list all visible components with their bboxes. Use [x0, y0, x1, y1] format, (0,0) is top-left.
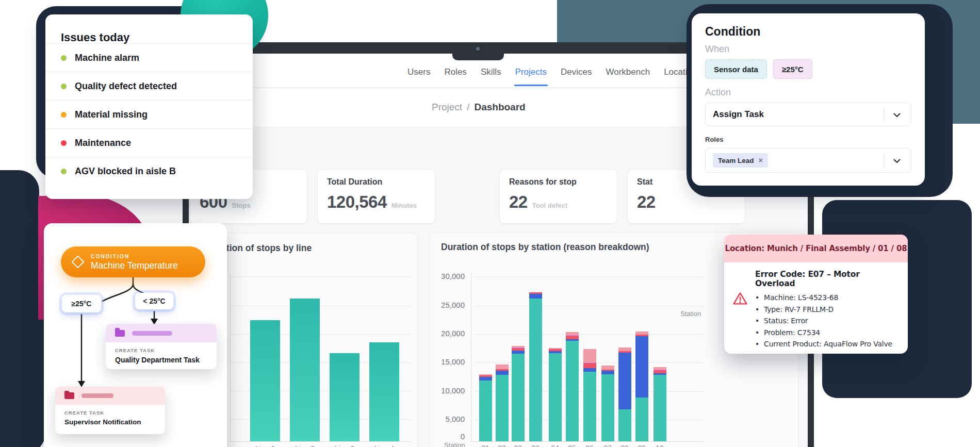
- stat-title: Total Duration: [327, 177, 426, 189]
- task-title: Quality Department Task: [106, 353, 217, 364]
- nav-item-skills[interactable]: Skills: [481, 67, 501, 77]
- stacked-bar-station-10: [654, 367, 666, 441]
- top-nav: UsersRolesSkillsProjectsDevicesWorkbench…: [407, 67, 701, 77]
- breadcrumb: Project / Dashboard: [432, 102, 526, 113]
- breadcrumb-section[interactable]: Project: [432, 102, 462, 113]
- stat-card-reasons: Reasons for stop 22 Tool defect: [499, 169, 617, 224]
- nav-item-workbench[interactable]: Workbench: [606, 67, 650, 77]
- stacked-bar-station-01: [479, 374, 492, 441]
- status-dot: [61, 169, 67, 174]
- action-select[interactable]: Assign Task: [705, 103, 911, 126]
- stat-value: 22: [637, 192, 656, 212]
- when-label: When: [705, 44, 911, 55]
- x-tick-label: 03: [528, 444, 543, 447]
- error-detail-item: Machine: LS-4523-68: [755, 292, 901, 304]
- segment-red: [583, 363, 596, 368]
- role-chip-team-lead[interactable]: Team Lead ×: [713, 153, 768, 168]
- error-detail-item: Current Product: AquaFlow Pro Valve: [755, 338, 901, 350]
- nav-item-roles[interactable]: Roles: [444, 67, 466, 77]
- segment-blue: [496, 371, 509, 375]
- y-tick-label: 30,000: [430, 272, 465, 280]
- task-node-quality[interactable]: CREATE TASK Quality Department Task: [106, 324, 217, 369]
- y-tick-label: 10,000: [430, 386, 465, 395]
- error-title: Error Code: E07 – Motor Overload: [755, 270, 901, 288]
- temperature-chip[interactable]: ≥25°C: [773, 59, 812, 79]
- nav-item-devices[interactable]: Devices: [561, 67, 592, 77]
- condition-node[interactable]: CONDITION Machine Temperature: [61, 246, 205, 277]
- segment-base: [635, 398, 648, 441]
- diamond-icon: [71, 255, 84, 268]
- stat-unit: Minutes: [391, 202, 417, 209]
- issue-row[interactable]: AGV blocked in aisle B: [45, 157, 253, 185]
- segment-blue: [479, 377, 492, 380]
- segment-base: [601, 374, 614, 441]
- segment-base: [549, 353, 562, 441]
- stat-value: 120,564: [327, 192, 387, 212]
- segment-blue: [529, 294, 542, 299]
- issues-list: Machine alarmQuality defect detectedMate…: [45, 43, 253, 185]
- select-divider: [884, 154, 884, 168]
- segment-base: [654, 375, 666, 441]
- segment-base: [512, 354, 525, 441]
- x-tick-label: 06: [582, 444, 597, 447]
- status-dot: [61, 84, 67, 89]
- y-tick-label: 5,000: [430, 415, 465, 423]
- sensor-data-chip[interactable]: Sensor data: [705, 59, 767, 79]
- y-tick-label: 15,000: [430, 357, 465, 366]
- task-placeholder-bar: [132, 331, 172, 336]
- issue-row[interactable]: Machine alarm: [45, 43, 253, 72]
- x-tick-label: Line 1: [245, 444, 285, 447]
- error-detail-item: Status: Error: [755, 315, 901, 327]
- stat-unit: Stops: [232, 202, 251, 209]
- x-tick-label: Line 4: [364, 444, 404, 447]
- bar-line-1: [250, 320, 280, 441]
- condition-panel: Condition When Sensor data ≥25°C Action …: [692, 13, 925, 186]
- chevron-down-icon[interactable]: [893, 113, 901, 118]
- stacked-bar-station-09: [635, 332, 648, 441]
- x-axis-name-right: Station: [680, 310, 701, 318]
- breadcrumb-page: Dashboard: [474, 102, 525, 113]
- error-detail-item: Type: RV-7 FRLLM-D: [755, 304, 901, 316]
- decor-navy-bottom-left: [0, 320, 45, 447]
- task-placeholder-bar: [81, 393, 113, 398]
- x-tick-label: 03: [510, 444, 526, 447]
- branch-chip-gte25[interactable]: ≥25°C: [62, 295, 101, 312]
- x-axis-name-corner: Station: [444, 441, 465, 447]
- issue-row[interactable]: Quality defect detected: [45, 72, 253, 100]
- branch-chip-lt25[interactable]: < 25°C: [135, 293, 173, 309]
- node-kind-label: CONDITION: [91, 253, 178, 259]
- issue-row[interactable]: Maintenance: [45, 128, 253, 157]
- stacked-bar-station-05: [566, 332, 579, 441]
- nav-item-projects[interactable]: Projects: [515, 67, 547, 77]
- location-header: Location: Munich / Final Assembly / 01 /…: [724, 235, 908, 262]
- role-chip-label: Team Lead: [718, 157, 754, 164]
- chevron-down-icon[interactable]: [893, 159, 901, 163]
- warning-icon: [732, 270, 748, 350]
- chart-stops-by-line: Duration of stops by line Line 1Line 2Li…: [194, 233, 418, 447]
- segment-base: [583, 372, 596, 441]
- task-node-supervisor[interactable]: CREATE TASK Supervisor Notification: [55, 387, 165, 434]
- error-detail-item: Problem: C7534: [755, 327, 901, 339]
- location-error-panel: Location: Munich / Final Assembly / 01 /…: [724, 235, 908, 354]
- issues-title: Issues today: [45, 14, 253, 43]
- breadcrumb-separator: /: [467, 102, 469, 113]
- x-tick-label: 08: [617, 444, 632, 447]
- camera-icon: [476, 47, 480, 51]
- segment-base: [618, 409, 631, 441]
- y-tick-label: 25,000: [430, 301, 465, 309]
- select-divider: [884, 109, 884, 121]
- bar-line-4: [369, 342, 399, 441]
- issue-label: Material missing: [75, 109, 148, 120]
- remove-icon[interactable]: ×: [759, 156, 763, 164]
- segment-blue: [601, 371, 614, 374]
- stacked-bar-station-08: [618, 347, 631, 441]
- roles-select[interactable]: Team Lead ×: [705, 148, 911, 173]
- segment-blue: [583, 368, 596, 372]
- x-tick-label: 01: [478, 444, 493, 447]
- stat-unit: Tool defect: [532, 202, 567, 209]
- node-title: Machine Temperature: [91, 260, 178, 271]
- folder-icon: [115, 330, 125, 337]
- issue-row[interactable]: Material missing: [45, 100, 253, 128]
- status-dot: [61, 55, 67, 61]
- nav-item-users[interactable]: Users: [407, 67, 430, 77]
